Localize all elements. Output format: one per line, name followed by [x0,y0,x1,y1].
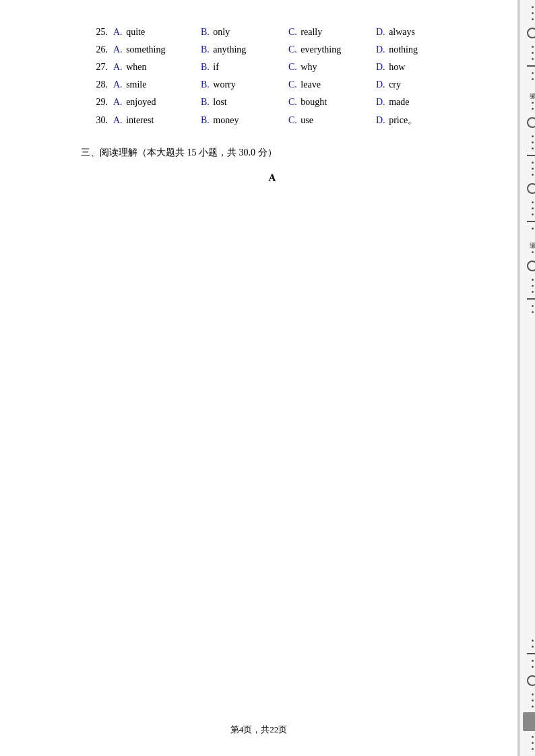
circle-hole [527,183,535,194]
option-text: always [389,27,415,37]
option-a: A. quite [113,27,201,38]
option-b: B. only [201,27,288,38]
option-d: D. made [376,97,464,108]
dot [532,285,534,287]
dot [532,12,534,14]
option-letter: C. [288,27,297,37]
dot [532,311,534,313]
table-row: 29. A. enjoyed B. lost C. bought D. made [81,97,464,108]
dash [527,155,535,156]
option-text: enjoyed [126,97,156,107]
dot [532,96,534,98]
dot [532,108,534,110]
option-letter: D. [376,44,385,55]
dot [532,660,534,662]
option-c: C. leave [288,79,376,90]
circle-hole [527,117,535,128]
option-letter: D. [376,79,385,90]
question-number: 27. [81,62,108,73]
option-c: C. really [288,27,376,38]
option-letter: A. [113,115,123,125]
section-subtitle: A [81,172,464,184]
option-d: D. always [376,27,464,38]
option-letter: C. [288,44,297,55]
dot [532,135,534,137]
right-margin-area: 缀 缀 [517,0,535,756]
option-text: price。 [389,115,417,125]
option-letter: D. [376,62,385,72]
option-b: B. anything [201,44,288,55]
option-text: anything [213,44,246,55]
dot [532,279,534,281]
option-letter: D. [376,27,385,37]
dot [532,228,534,230]
option-text: why [301,62,317,72]
option-text: everything [301,44,341,55]
section-header: 三、阅读理解（本大题共 15 小题，共 30.0 分） [81,147,464,159]
option-text: smile [126,79,146,90]
option-text: lost [213,97,226,107]
option-letter: A. [113,97,123,107]
dot [532,207,534,209]
option-text: interest [126,115,154,125]
dot [532,147,534,149]
dot [532,748,534,750]
option-b: B. worry [201,79,288,90]
table-row: 30. A. interest B. money C. use D. price… [81,114,464,127]
dot [532,693,534,695]
option-a: A. interest [113,115,201,126]
dot [532,736,534,738]
option-letter: A. [113,79,123,90]
option-letter: D. [376,97,385,107]
dot [532,201,534,203]
option-letter: C. [288,79,297,90]
dot [532,52,534,54]
page-footer: 第4页，共22页 [0,724,517,736]
dash [527,65,535,67]
option-a: A. when [113,62,201,73]
option-letter: B. [201,27,210,37]
option-b: B. if [201,62,288,73]
dash [527,298,535,300]
dot [532,245,534,247]
dot [532,699,534,701]
option-d: D. nothing [376,44,464,55]
vertical-label2: 缀 [528,237,535,238]
option-letter: A. [113,62,123,72]
option-d: D. price。 [376,114,464,127]
option-b: B. lost [201,97,288,108]
dot [532,168,534,170]
option-c: C. bought [288,97,376,108]
vertical-label: 缀 [528,88,535,88]
option-letter: A. [113,27,123,37]
dot [532,58,534,60]
dot [532,291,534,293]
page-wrapper: 25. A. quite B. only C. really D. always [0,0,535,756]
dot [532,141,534,143]
option-c: C. use [288,115,376,126]
questions-table: 25. A. quite B. only C. really D. always [81,27,464,127]
dot [532,46,534,48]
table-row: 26. A. something B. anything C. everythi… [81,44,464,55]
option-text: nothing [389,44,418,55]
footer-text: 第4页，共22页 [230,724,288,734]
dot [532,251,534,253]
option-text: bought [301,97,327,107]
question-number: 30. [81,115,108,126]
table-row: 25. A. quite B. only C. really D. always [81,27,464,38]
dot [532,213,534,215]
option-text: use [301,115,313,125]
option-c: C. everything [288,44,376,55]
option-text: cry [389,79,401,90]
dot [532,174,534,176]
dot [532,706,534,708]
table-row: 27. A. when B. if C. why D. how [81,62,464,73]
option-text: worry [213,79,235,90]
table-row: 28. A. smile B. worry C. leave D. cry [81,79,464,90]
option-a: A. something [113,44,201,55]
page-content: 25. A. quite B. only C. really D. always [0,0,517,756]
question-number: 25. [81,27,108,38]
option-letter: B. [201,44,210,55]
dot [532,72,534,74]
option-text: really [301,27,322,37]
